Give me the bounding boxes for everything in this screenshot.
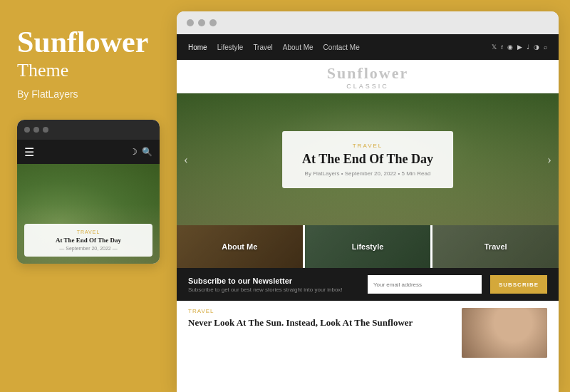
left-panel: Sunflower Theme By FlatLayers ☰ ☽ 🔍 Trav… <box>0 0 177 392</box>
article-tag: Travel <box>188 308 453 314</box>
site-nav: Home Lifestyle Travel About Me Contact M… <box>177 34 559 60</box>
brand-by: By FlatLayers <box>17 88 148 100</box>
dot-1 <box>24 127 30 133</box>
browser-dot-2 <box>198 19 205 26</box>
browser-bar <box>177 11 559 34</box>
nav-about[interactable]: About Me <box>283 43 314 51</box>
nav-contact[interactable]: Contact Me <box>323 43 360 51</box>
mobile-nav-icons: ☽ 🔍 <box>130 147 152 158</box>
dot-2 <box>33 127 39 133</box>
mobile-card-date: September 20, 2022 <box>31 246 145 251</box>
search-icon[interactable]: 🔍 <box>142 147 152 158</box>
site-logo-bar: Sunflower Classic <box>177 60 559 93</box>
search-icon[interactable]: ⌕ <box>544 43 547 51</box>
hamburger-icon[interactable]: ☰ <box>24 145 34 159</box>
site-logo: Sunflower <box>177 64 559 83</box>
bottom-article: Travel Never Look At The Sun. Instead, L… <box>177 301 559 365</box>
hero-card: Travel At The End Of The Day By FlatLaye… <box>282 131 453 188</box>
category-lifestyle[interactable]: Lifestyle <box>305 225 431 268</box>
thumbnail-image <box>462 308 547 358</box>
hero-next-arrow[interactable]: › <box>547 152 551 167</box>
browser-dot-3 <box>209 19 217 26</box>
category-about[interactable]: About Me <box>177 225 303 268</box>
social-icons: 𝕏 f ◉ ▶ ♩ ◑ ⌕ <box>492 43 547 51</box>
category-label-lifestyle: Lifestyle <box>352 242 384 251</box>
hero-section: Travel At The End Of The Day By FlatLaye… <box>177 93 559 225</box>
instagram-icon[interactable]: ◉ <box>507 43 513 51</box>
dot-3 <box>43 127 48 133</box>
site-logo-sub: Classic <box>177 83 559 90</box>
nav-home[interactable]: Home <box>188 43 207 51</box>
browser-content: Home Lifestyle Travel About Me Contact M… <box>177 34 559 392</box>
hero-meta: By FlatLayers • September 20, 2022 • 5 M… <box>302 170 433 177</box>
category-label-about: About Me <box>222 242 257 251</box>
article-text: Travel Never Look At The Sun. Instead, L… <box>188 308 453 358</box>
hero-title: At The End Of The Day <box>302 152 433 167</box>
youtube-icon[interactable]: ▶ <box>517 43 522 51</box>
newsletter-subscribe-button[interactable]: SUBSCRIBE <box>490 275 547 294</box>
hero-tag: Travel <box>302 143 433 149</box>
article-title: Never Look At The Sun. Instead, Look At … <box>188 317 453 329</box>
mobile-article-card: Travel At The End Of The Day September 2… <box>24 224 152 257</box>
category-grid: About Me Lifestyle Travel <box>177 225 559 268</box>
moon-icon[interactable]: ☽ <box>130 147 138 158</box>
facebook-icon[interactable]: f <box>501 43 503 51</box>
newsletter-title: Subscribe to our Newsletter <box>188 277 359 285</box>
newsletter-bar: Subscribe to our Newsletter Subscribe to… <box>177 268 559 301</box>
newsletter-subtitle: Subscribe to get our best new stories st… <box>188 287 359 293</box>
mobile-hero-image: Travel At The End Of The Day September 2… <box>17 164 160 264</box>
brand-name: Sunflower <box>17 26 148 58</box>
newsletter-text: Subscribe to our Newsletter Subscribe to… <box>188 277 359 293</box>
mobile-preview-card: ☰ ☽ 🔍 Travel At The End Of The Day Septe… <box>17 120 160 264</box>
brand-title: Sunflower Theme By FlatLayers <box>17 26 148 100</box>
mobile-bar <box>17 120 160 140</box>
browser-window: Home Lifestyle Travel About Me Contact M… <box>177 11 559 392</box>
mobile-card-tag: Travel <box>31 229 145 234</box>
tiktok-icon[interactable]: ♩ <box>527 43 529 51</box>
moon-icon[interactable]: ◑ <box>534 43 539 51</box>
mobile-card-title: At The End Of The Day <box>31 237 145 244</box>
nav-travel[interactable]: Travel <box>253 43 272 51</box>
category-label-travel: Travel <box>484 242 507 251</box>
nav-lifestyle[interactable]: Lifestyle <box>217 43 244 51</box>
nav-links: Home Lifestyle Travel About Me Contact M… <box>188 43 360 51</box>
twitter-icon[interactable]: 𝕏 <box>492 43 497 51</box>
browser-dot-1 <box>187 19 194 26</box>
category-travel[interactable]: Travel <box>432 225 559 268</box>
hero-prev-arrow[interactable]: ‹ <box>184 152 188 167</box>
newsletter-email-input[interactable] <box>368 275 482 294</box>
article-thumbnail <box>462 308 547 358</box>
mobile-nav: ☰ ☽ 🔍 <box>17 140 160 164</box>
brand-subtitle: Theme <box>17 60 148 81</box>
